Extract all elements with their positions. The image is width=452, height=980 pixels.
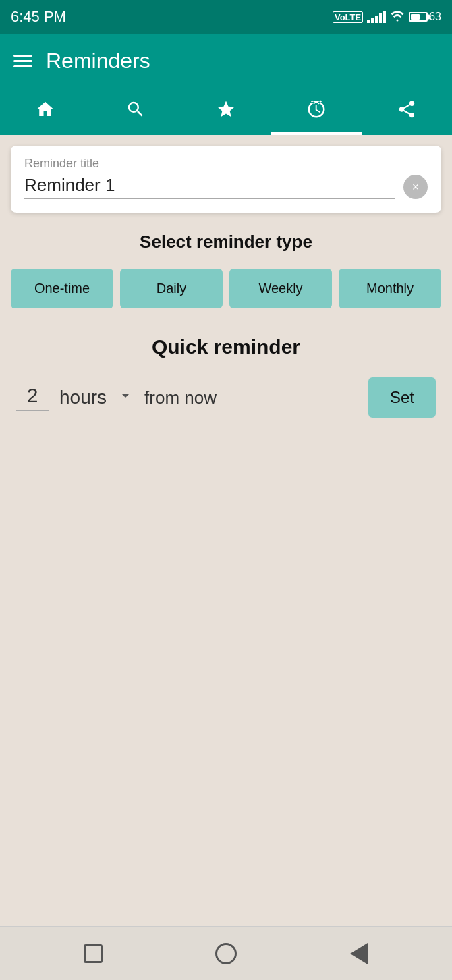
reminder-title-label: Reminder title <box>24 157 428 171</box>
reminder-type-title: Select reminder type <box>11 232 441 252</box>
tab-share[interactable] <box>362 88 452 135</box>
reminder-title-card: Reminder title × <box>11 146 441 213</box>
unit-dropdown-arrow[interactable] <box>117 387 134 408</box>
search-icon <box>125 99 146 124</box>
tab-bar <box>0 88 452 135</box>
title-input-row: × <box>24 175 428 199</box>
wifi-icon <box>390 9 405 25</box>
volte-icon: VoLTE <box>333 11 363 23</box>
hamburger-menu[interactable] <box>13 55 32 67</box>
quick-reminder-row: 2 hours from now Set <box>11 377 441 418</box>
type-monthly-button[interactable]: Monthly <box>339 269 441 308</box>
type-one-time-button[interactable]: One-time <box>11 269 113 308</box>
tab-reminders[interactable] <box>271 88 362 135</box>
quick-reminder-title: Quick reminder <box>11 335 441 358</box>
status-icons: VoLTE 63 <box>333 9 441 25</box>
main-content: Reminder title × Select reminder type On… <box>0 135 452 926</box>
share-icon <box>397 99 417 124</box>
clear-title-button[interactable]: × <box>403 175 428 199</box>
type-daily-button[interactable]: Daily <box>120 269 223 308</box>
battery-icon: 63 <box>409 11 441 23</box>
status-bar: 6:45 PM VoLTE 63 <box>0 0 452 34</box>
triangle-icon <box>350 943 368 964</box>
bottom-nav <box>0 926 452 980</box>
star-icon <box>216 99 236 124</box>
quick-from-now: from now <box>144 387 217 408</box>
tab-home[interactable] <box>0 88 90 135</box>
type-weekly-button[interactable]: Weekly <box>229 269 332 308</box>
signal-icon <box>367 11 386 23</box>
reminder-title-input[interactable] <box>24 175 395 199</box>
nav-back-button[interactable] <box>78 939 108 969</box>
circle-icon <box>215 943 237 964</box>
nav-recents-button[interactable] <box>344 939 374 969</box>
alarm-icon <box>306 99 327 124</box>
square-icon <box>84 944 103 963</box>
app-bar: Reminders <box>0 34 452 88</box>
nav-home-button[interactable] <box>211 939 241 969</box>
tab-search[interactable] <box>90 88 181 135</box>
status-time: 6:45 PM <box>11 8 66 26</box>
set-reminder-button[interactable]: Set <box>368 377 436 418</box>
home-icon <box>35 99 55 124</box>
quick-unit: hours <box>59 387 107 408</box>
quick-number[interactable]: 2 <box>16 384 49 411</box>
app-title: Reminders <box>46 49 150 74</box>
reminder-types-row: One-time Daily Weekly Monthly <box>11 269 441 308</box>
tab-favorites[interactable] <box>181 88 271 135</box>
